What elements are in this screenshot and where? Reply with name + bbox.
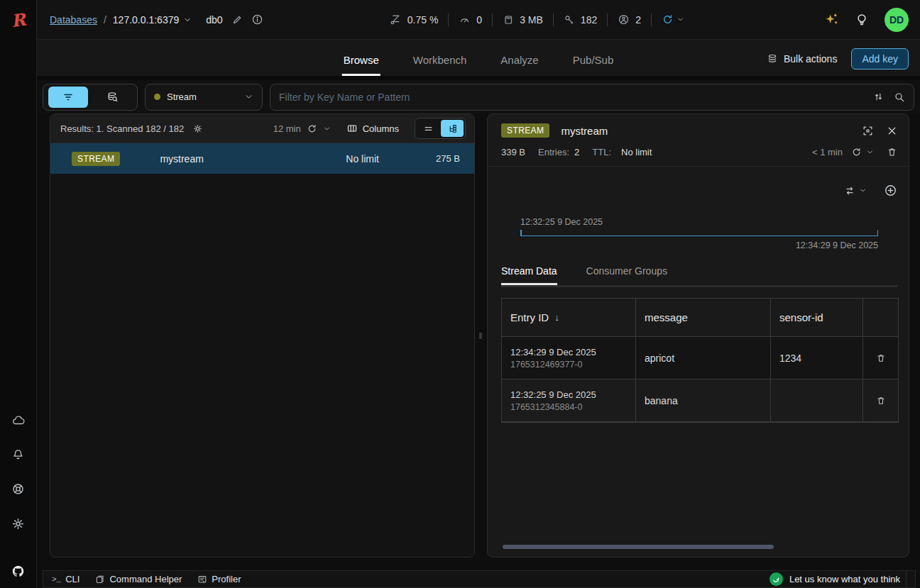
sensor-id-cell[interactable]: 1234 (771, 337, 863, 379)
fullscreen-expand-icon[interactable] (862, 125, 874, 137)
columns-toggle-button[interactable]: Columns (346, 123, 399, 134)
stream-details-body: 12:32:25 9 Dec 2025 12:34:29 9 Dec 2025 … (488, 167, 909, 557)
message-cell[interactable]: banana (636, 379, 771, 422)
feedback-button[interactable]: Let us know what you think (770, 571, 907, 587)
cloud-icon[interactable] (10, 413, 27, 428)
cli-label: CLI (65, 574, 80, 584)
profiler-button[interactable]: Profiler (197, 574, 241, 584)
chevron-down-icon[interactable] (866, 148, 874, 156)
breadcrumb-databases-link[interactable]: Databases (50, 14, 97, 26)
stream-tabs: Stream Data Consumer Groups (501, 265, 897, 287)
entry-actions-cell (863, 337, 898, 379)
filter-by-type-button[interactable] (48, 87, 88, 108)
add-entry-plus-icon[interactable] (884, 184, 897, 197)
help-lifebuoy-icon[interactable] (10, 481, 26, 497)
key-type-dropdown[interactable]: Stream (145, 84, 263, 111)
message-cell[interactable]: apricot (636, 337, 771, 379)
keys-refresh-button[interactable] (307, 123, 317, 134)
commands-stat: 0 (459, 13, 482, 26)
search-icon[interactable] (894, 91, 905, 103)
db-index-label: db0 (206, 14, 222, 26)
key-search-input[interactable] (279, 91, 863, 103)
add-key-button[interactable]: Add key (851, 48, 909, 70)
edit-db-alias-pencil-icon[interactable] (231, 14, 243, 26)
details-refresh-time: < 1 min (812, 147, 843, 157)
layers-stack-icon (767, 53, 778, 65)
delete-entry-trash-icon[interactable] (876, 396, 886, 406)
chevron-down-icon[interactable] (323, 125, 331, 133)
columns-icon (346, 123, 358, 134)
notifications-bell-icon[interactable] (10, 447, 26, 462)
redisinsight-app: R Databases / 127.0.0.1:6379 (0, 0, 920, 588)
entries-label: Entries: (538, 147, 569, 157)
user-avatar[interactable]: DD (885, 8, 909, 32)
key-name-title: mystream (561, 125, 608, 137)
search-index-icon (106, 91, 119, 103)
message-value: banana (645, 395, 762, 406)
github-icon[interactable] (11, 565, 25, 578)
feedback-smiley-icon (770, 572, 783, 586)
cpu-stat-value: 0.75 % (407, 14, 439, 26)
filter-lines-icon (62, 91, 74, 103)
view-mode-toggle (415, 118, 466, 139)
cli-button[interactable]: >_ CLI (52, 574, 80, 584)
delete-entry-trash-icon[interactable] (876, 353, 886, 363)
bulk-actions-button[interactable]: Bulk actions (767, 53, 837, 65)
tree-view-button[interactable] (441, 120, 464, 137)
sensor-id-header-label: sensor-id (779, 311, 854, 323)
tab-stream-data[interactable]: Stream Data (501, 265, 557, 285)
copilot-sparkles-icon[interactable] (823, 12, 839, 28)
stats-refresh-button[interactable] (662, 13, 684, 26)
column-header-message[interactable]: message (636, 299, 771, 337)
user-circle-icon (618, 13, 630, 26)
redisearch-button[interactable] (92, 87, 132, 108)
message-header-label: message (645, 311, 762, 323)
insights-lightbulb-icon[interactable] (855, 13, 869, 27)
scan-settings-gear-icon[interactable] (192, 123, 203, 134)
bulk-actions-label: Bulk actions (784, 53, 837, 65)
sensor-id-cell[interactable] (771, 379, 863, 422)
keys-stat: 182 (564, 14, 597, 26)
tree-view-icon (447, 123, 458, 134)
ttl-value[interactable]: No limit (621, 147, 652, 157)
command-helper-button[interactable]: Command Helper (95, 574, 182, 584)
chevron-down-icon (183, 16, 192, 24)
sort-order-icon[interactable] (873, 91, 884, 102)
list-view-button[interactable] (417, 120, 439, 137)
profiler-icon (197, 575, 207, 584)
key-ttl: No limit (346, 153, 379, 165)
tab-browse[interactable]: Browse (342, 54, 380, 76)
entry-id-cell[interactable]: 12:34:29 9 Dec 2025 1765312469377-0 (502, 337, 636, 379)
tab-analyze[interactable]: Analyze (499, 54, 540, 76)
tab-consumer-groups[interactable]: Consumer Groups (586, 265, 667, 285)
redis-logo-icon[interactable]: R (10, 9, 27, 31)
keys-stat-value: 182 (581, 14, 597, 26)
ttl-label: TTL: (592, 147, 611, 157)
memory-card-icon (503, 14, 514, 26)
column-header-entry-id[interactable]: Entry ID ↓ (502, 299, 636, 337)
entries-value: 2 (574, 147, 579, 157)
entry-id-cell[interactable]: 12:32:25 9 Dec 2025 1765312345884-0 (502, 379, 636, 422)
close-details-icon[interactable] (887, 126, 897, 136)
tab-pubsub[interactable]: Pub/Sub (571, 54, 615, 76)
keys-list-body: STREAM mystream No limit 275 B (50, 143, 474, 557)
delete-key-trash-icon[interactable] (887, 147, 897, 157)
clients-stat: 2 (618, 13, 641, 26)
details-refresh-button[interactable] (851, 147, 862, 157)
key-row-mystream[interactable]: STREAM mystream No limit 275 B (50, 143, 474, 174)
chevron-down-icon (677, 16, 684, 23)
column-header-sensor-id[interactable]: sensor-id (771, 299, 863, 337)
panel-resize-handle[interactable]: ‖ (475, 113, 487, 558)
database-host-dropdown[interactable]: 127.0.0.1:6379 (113, 14, 192, 26)
key-details-panel: STREAM mystream 339 B Entries: 2 (487, 113, 909, 558)
db-info-icon[interactable] (251, 13, 263, 26)
range-slider[interactable] (520, 231, 878, 236)
column-header-actions (863, 299, 898, 337)
horizontal-scrollbar-thumb[interactable] (503, 545, 774, 549)
settings-gear-icon[interactable] (10, 516, 26, 532)
list-view-icon (423, 123, 434, 134)
filter-bar: Stream (37, 80, 920, 113)
tab-workbench[interactable]: Workbench (412, 54, 469, 76)
sort-entries-swap-button[interactable] (843, 185, 867, 196)
feedback-label: Let us know what you think (789, 574, 900, 584)
